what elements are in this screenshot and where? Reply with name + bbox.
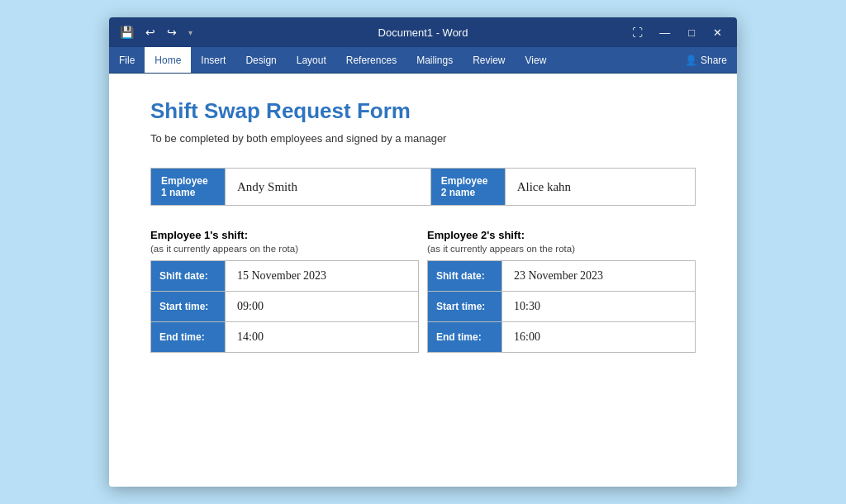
emp2-label: Employee 2 name: [430, 169, 505, 206]
tab-review[interactable]: Review: [463, 47, 515, 73]
tab-home[interactable]: Home: [145, 47, 191, 73]
name-table: Employee 1 name Andy Smith Employee 2 na…: [150, 168, 696, 206]
separator: ▾: [184, 26, 197, 39]
shift1-start-value: 09:00: [226, 292, 419, 322]
maximize-button[interactable]: □: [680, 25, 703, 40]
shift2-end-value: 16:00: [502, 322, 696, 353]
redo-icon[interactable]: ↪: [163, 24, 181, 40]
close-button[interactable]: ✕: [705, 25, 730, 40]
doc-subtitle: To be completed by both employees and si…: [150, 132, 696, 145]
emp1-label: Employee 1 name: [151, 169, 226, 206]
tab-layout[interactable]: Layout: [287, 47, 336, 73]
table-row: End time: 16:00: [428, 322, 696, 353]
shift2-end-label: End time:: [428, 322, 502, 353]
tab-design[interactable]: Design: [235, 47, 286, 73]
table-row: Start time: 09:00: [151, 292, 419, 322]
shift-sections: Employee 1's shift: (as it currently app…: [150, 229, 696, 353]
window-buttons: ⛶ — □ ✕: [625, 25, 730, 40]
minimize-button[interactable]: —: [651, 25, 678, 40]
share-label: Share: [701, 55, 727, 66]
title-bar: 💾 ↩ ↪ ▾ Document1 - Word ⛶ — □ ✕: [109, 17, 737, 47]
shift2-date-value: 23 November 2023: [502, 261, 696, 292]
table-row: Shift date: 15 November 2023: [151, 261, 419, 292]
shift2-table: Shift date: 23 November 2023 Start time:…: [427, 260, 696, 353]
window-title: Document1 - Word: [378, 26, 468, 39]
shift2-section: Employee 2's shift: (as it currently app…: [427, 229, 696, 353]
shift1-header: Employee 1's shift:: [150, 229, 419, 241]
tab-insert[interactable]: Insert: [191, 47, 235, 73]
emp1-value: Andy Smith: [226, 169, 431, 206]
shift2-start-label: Start time:: [428, 292, 502, 322]
title-bar-controls: 💾 ↩ ↪ ▾: [116, 24, 197, 40]
save-icon[interactable]: 💾: [116, 24, 138, 40]
emp2-value: Alice kahn: [505, 169, 695, 206]
shift1-start-label: Start time:: [151, 292, 226, 322]
shift1-end-value: 14:00: [226, 322, 419, 353]
shift1-subheader: (as it currently appears on the rota): [150, 244, 419, 254]
person-icon: 👤: [685, 55, 697, 66]
tab-mailings[interactable]: Mailings: [406, 47, 463, 73]
shift2-date-label: Shift date:: [428, 261, 502, 292]
ribbon: File Home Insert Design Layout Reference…: [109, 47, 737, 74]
word-window: 💾 ↩ ↪ ▾ Document1 - Word ⛶ — □ ✕ File Ho…: [109, 17, 737, 487]
shift1-table: Shift date: 15 November 2023 Start time:…: [150, 260, 419, 353]
table-row: Shift date: 23 November 2023: [428, 261, 696, 292]
shift1-end-label: End time:: [151, 322, 226, 353]
shift2-start-value: 10:30: [502, 292, 696, 322]
table-row: Start time: 10:30: [428, 292, 696, 322]
shift2-subheader: (as it currently appears on the rota): [427, 244, 696, 254]
tab-references[interactable]: References: [336, 47, 406, 73]
share-button[interactable]: 👤 Share: [675, 47, 737, 73]
shift1-date-label: Shift date:: [151, 261, 226, 292]
tab-file[interactable]: File: [109, 47, 145, 73]
shift2-header: Employee 2's shift:: [427, 229, 696, 241]
doc-title: Shift Swap Request Form: [150, 98, 696, 124]
expand-icon[interactable]: ⛶: [625, 25, 649, 40]
tab-view[interactable]: View: [516, 47, 557, 73]
shift1-section: Employee 1's shift: (as it currently app…: [150, 229, 419, 353]
undo-icon[interactable]: ↩: [141, 24, 159, 40]
document-content: Shift Swap Request Form To be completed …: [109, 74, 737, 487]
table-row: End time: 14:00: [151, 322, 419, 353]
shift1-date-value: 15 November 2023: [226, 261, 419, 292]
